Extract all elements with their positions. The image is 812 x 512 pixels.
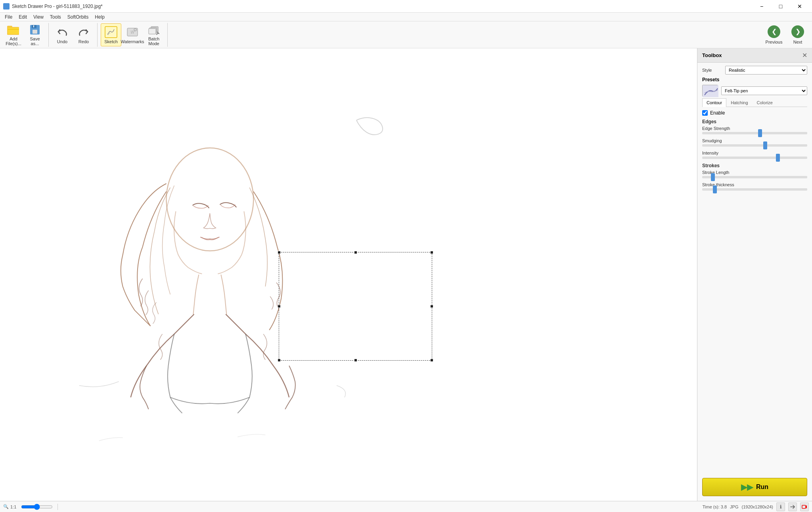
stroke-thickness-row: Stroke thickness (702, 182, 807, 191)
share-button[interactable] (788, 502, 797, 511)
maximize-button[interactable]: □ (772, 0, 790, 13)
status-right: Time (s): 3.8 JPG (1920x1280x24) ℹ (703, 502, 809, 511)
next-label: Next (793, 40, 802, 44)
smudging-label: Smudging (702, 138, 807, 143)
time-label: Time (s): 3.8 (703, 504, 727, 509)
run-button-area: ▶▶ Run (697, 473, 812, 501)
add-files-label: Add File(s)... (6, 36, 21, 46)
window-controls: − □ ✕ (753, 0, 809, 13)
stroke-length-slider[interactable] (702, 176, 807, 178)
intensity-slider[interactable] (702, 157, 807, 159)
enable-label: Enable (710, 110, 725, 116)
stroke-thickness-label: Stroke thickness (702, 182, 807, 187)
stroke-length-label: Stroke Length (702, 170, 807, 175)
run-button[interactable]: ▶▶ Run (702, 478, 807, 496)
menu-tools[interactable]: Tools (47, 13, 64, 21)
close-button[interactable]: ✕ (791, 0, 809, 13)
folder-icon (7, 24, 20, 36)
sketch-label: Sketch (104, 39, 118, 44)
svg-rect-18 (802, 505, 806, 508)
next-button[interactable]: ❯ Next (787, 23, 809, 46)
status-bar: 🔍 1:1 Time (s): 3.8 JPG (1920x1280x24) ℹ (0, 501, 812, 512)
style-label: Style (702, 68, 722, 73)
previous-button[interactable]: ❮ Previous (763, 23, 785, 46)
batch-mode-button[interactable]: Batch Mode (144, 23, 164, 46)
batch-mode-label: Batch Mode (148, 36, 159, 46)
menu-help[interactable]: Help (92, 13, 108, 21)
zoom-slider[interactable] (21, 504, 53, 510)
smudging-slider[interactable] (702, 144, 807, 147)
status-zoom: 🔍 1:1 (3, 504, 16, 509)
edge-strength-thumb[interactable] (758, 129, 762, 137)
add-files-button[interactable]: Add File(s)... (3, 23, 24, 46)
run-arrow-icon: ▶▶ (741, 482, 753, 492)
menu-edit[interactable]: Edit (15, 13, 30, 21)
style-row: Style Realistic (702, 66, 807, 75)
save-as-button[interactable]: Save as... (25, 23, 45, 46)
redo-button[interactable]: Redo (73, 23, 94, 46)
presets-label: Presets (702, 77, 807, 82)
toolbox-close-button[interactable]: ✕ (802, 52, 807, 59)
menu-bar: File Edit View Tools SoftOrbits Help (0, 13, 812, 21)
smudging-thumb[interactable] (763, 141, 767, 149)
info-button[interactable]: ℹ (776, 502, 785, 511)
dimensions-label: (1920x1280x24) (741, 504, 773, 509)
edges-header: Edges (702, 119, 807, 124)
sketch-image (0, 48, 697, 501)
stroke-length-thumb[interactable] (711, 173, 715, 181)
undo-button[interactable]: Undo (52, 23, 73, 46)
app-icon (3, 3, 10, 10)
window-title: Sketch Drawer Pro - girl-511883_1920.jpg… (12, 4, 103, 9)
strokes-header: Strokes (702, 163, 807, 168)
stroke-thickness-thumb[interactable] (713, 185, 717, 193)
title-bar: Sketch Drawer Pro - girl-511883_1920.jpg… (0, 0, 812, 13)
enable-checkbox[interactable] (702, 110, 708, 116)
tab-colorize[interactable]: Colorize (753, 98, 777, 107)
tab-contour[interactable]: Contour (702, 98, 726, 107)
main-content: Toolbox ✕ Style Realistic Presets (0, 48, 812, 501)
toolbar-file-group: Add File(s)... Save as... (3, 23, 49, 47)
canvas-area[interactable] (0, 48, 697, 501)
menu-view[interactable]: View (30, 13, 47, 21)
toolbar-sketch-group: Sketch W Watermarks Batch Mo (101, 23, 168, 47)
next-icon: ❯ (791, 25, 804, 38)
style-select[interactable]: Realistic (725, 66, 807, 75)
menu-file[interactable]: File (2, 13, 15, 21)
presets-row: Felt-Tip pen (702, 85, 807, 97)
batch-icon (147, 24, 160, 36)
canvas-inner (0, 48, 697, 501)
stroke-thickness-slider[interactable] (702, 188, 807, 191)
toolbox-title: Toolbox (702, 52, 722, 58)
intensity-label: Intensity (702, 151, 807, 155)
video-button[interactable] (800, 502, 809, 511)
watermarks-icon: W (126, 26, 139, 38)
previous-label: Previous (766, 40, 783, 44)
svg-rect-7 (33, 25, 34, 27)
stroke-length-row: Stroke Length (702, 170, 807, 178)
toolbox-header: Toolbox ✕ (697, 48, 812, 63)
sketch-button[interactable]: Sketch (101, 23, 121, 46)
presets-icon (702, 85, 718, 97)
svg-rect-15 (0, 89, 697, 461)
tab-hatching[interactable]: Hatching (726, 98, 752, 107)
status-divider (57, 504, 58, 510)
toolbar-edit-group: Undo Redo (52, 23, 98, 47)
edge-strength-slider[interactable] (702, 132, 807, 134)
presets-select[interactable]: Felt-Tip pen (721, 86, 807, 95)
smudging-row: Smudging (702, 138, 807, 147)
svg-rect-3 (8, 28, 19, 34)
undo-label: Undo (57, 39, 67, 44)
previous-icon: ❮ (768, 25, 780, 38)
svg-rect-6 (33, 30, 37, 34)
menu-softorbits[interactable]: SoftOrbits (64, 13, 92, 21)
minimize-button[interactable]: − (753, 0, 771, 13)
navigation-area: ❮ Previous ❯ Next (763, 23, 809, 46)
intensity-row: Intensity (702, 151, 807, 159)
intensity-thumb[interactable] (776, 154, 780, 162)
watermarks-button[interactable]: W Watermarks (122, 23, 143, 46)
redo-label: Redo (79, 39, 89, 44)
undo-icon (56, 26, 69, 38)
watermarks-label: Watermarks (121, 39, 144, 44)
redo-icon (77, 26, 90, 38)
save-as-label: Save as... (30, 36, 40, 46)
